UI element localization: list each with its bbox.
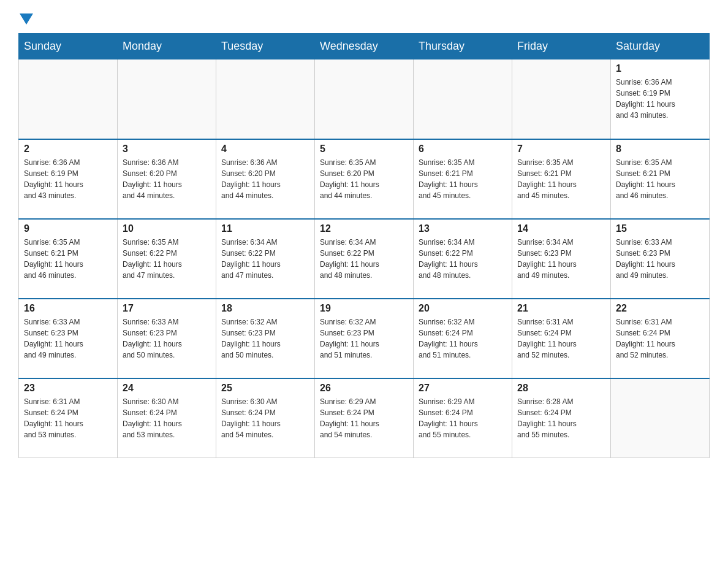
day-number: 12 bbox=[320, 223, 408, 234]
calendar-cell: 8Sunrise: 6:35 AMSunset: 6:21 PMDaylight… bbox=[611, 139, 710, 219]
calendar-cell: 21Sunrise: 6:31 AMSunset: 6:24 PMDayligh… bbox=[512, 299, 611, 378]
day-info: Sunrise: 6:28 AMSunset: 6:24 PMDaylight:… bbox=[517, 396, 605, 440]
day-info: Sunrise: 6:32 AMSunset: 6:24 PMDaylight:… bbox=[419, 316, 507, 361]
day-info: Sunrise: 6:31 AMSunset: 6:24 PMDaylight:… bbox=[517, 316, 605, 361]
day-number: 5 bbox=[320, 144, 408, 155]
day-info: Sunrise: 6:35 AMSunset: 6:21 PMDaylight:… bbox=[24, 237, 112, 281]
calendar-cell: 19Sunrise: 6:32 AMSunset: 6:23 PMDayligh… bbox=[315, 299, 414, 378]
logo-arrow-icon bbox=[20, 13, 33, 27]
calendar-cell: 6Sunrise: 6:35 AMSunset: 6:21 PMDaylight… bbox=[414, 139, 512, 219]
calendar-cell: 25Sunrise: 6:30 AMSunset: 6:24 PMDayligh… bbox=[216, 378, 315, 458]
column-header-thursday: Thursday bbox=[414, 34, 512, 59]
day-number: 17 bbox=[123, 303, 211, 314]
day-info: Sunrise: 6:31 AMSunset: 6:24 PMDaylight:… bbox=[616, 316, 704, 361]
day-number: 6 bbox=[419, 144, 507, 155]
day-info: Sunrise: 6:31 AMSunset: 6:24 PMDaylight:… bbox=[24, 396, 112, 440]
day-number: 16 bbox=[24, 303, 112, 314]
calendar-header-row: SundayMondayTuesdayWednesdayThursdayFrid… bbox=[19, 34, 710, 59]
page-header bbox=[18, 12, 710, 27]
calendar-cell bbox=[19, 59, 118, 139]
calendar-cell: 27Sunrise: 6:29 AMSunset: 6:24 PMDayligh… bbox=[414, 378, 512, 458]
day-number: 20 bbox=[419, 303, 507, 314]
calendar-cell: 26Sunrise: 6:29 AMSunset: 6:24 PMDayligh… bbox=[315, 378, 414, 458]
calendar-cell: 22Sunrise: 6:31 AMSunset: 6:24 PMDayligh… bbox=[611, 299, 710, 378]
day-number: 21 bbox=[517, 303, 605, 314]
calendar-cell: 9Sunrise: 6:35 AMSunset: 6:21 PMDaylight… bbox=[19, 219, 118, 299]
calendar-cell: 1Sunrise: 6:36 AMSunset: 6:19 PMDaylight… bbox=[611, 59, 710, 139]
day-number: 24 bbox=[123, 383, 211, 394]
day-number: 15 bbox=[616, 223, 704, 234]
week-row-2: 2Sunrise: 6:36 AMSunset: 6:19 PMDaylight… bbox=[19, 139, 710, 219]
week-row-5: 23Sunrise: 6:31 AMSunset: 6:24 PMDayligh… bbox=[19, 378, 710, 458]
day-number: 19 bbox=[320, 303, 408, 314]
week-row-4: 16Sunrise: 6:33 AMSunset: 6:23 PMDayligh… bbox=[19, 299, 710, 378]
calendar-cell: 10Sunrise: 6:35 AMSunset: 6:22 PMDayligh… bbox=[118, 219, 216, 299]
calendar-cell: 28Sunrise: 6:28 AMSunset: 6:24 PMDayligh… bbox=[512, 378, 611, 458]
day-info: Sunrise: 6:32 AMSunset: 6:23 PMDaylight:… bbox=[320, 316, 408, 361]
day-info: Sunrise: 6:35 AMSunset: 6:22 PMDaylight:… bbox=[123, 237, 211, 281]
day-info: Sunrise: 6:35 AMSunset: 6:21 PMDaylight:… bbox=[419, 157, 507, 201]
column-header-wednesday: Wednesday bbox=[315, 34, 414, 59]
calendar-cell: 7Sunrise: 6:35 AMSunset: 6:21 PMDaylight… bbox=[512, 139, 611, 219]
column-header-tuesday: Tuesday bbox=[216, 34, 315, 59]
column-header-sunday: Sunday bbox=[19, 34, 118, 59]
column-header-saturday: Saturday bbox=[611, 34, 710, 59]
day-info: Sunrise: 6:29 AMSunset: 6:24 PMDaylight:… bbox=[320, 396, 408, 440]
day-number: 4 bbox=[221, 144, 309, 155]
day-info: Sunrise: 6:36 AMSunset: 6:19 PMDaylight:… bbox=[616, 77, 704, 121]
day-number: 18 bbox=[221, 303, 309, 314]
day-info: Sunrise: 6:30 AMSunset: 6:24 PMDaylight:… bbox=[123, 396, 211, 440]
day-info: Sunrise: 6:33 AMSunset: 6:23 PMDaylight:… bbox=[616, 237, 704, 281]
day-number: 28 bbox=[517, 383, 605, 394]
day-number: 1 bbox=[616, 63, 704, 74]
day-info: Sunrise: 6:35 AMSunset: 6:21 PMDaylight:… bbox=[616, 157, 704, 201]
day-info: Sunrise: 6:29 AMSunset: 6:24 PMDaylight:… bbox=[419, 396, 507, 440]
day-info: Sunrise: 6:36 AMSunset: 6:20 PMDaylight:… bbox=[123, 157, 211, 201]
week-row-1: 1Sunrise: 6:36 AMSunset: 6:19 PMDaylight… bbox=[19, 59, 710, 139]
calendar-cell: 23Sunrise: 6:31 AMSunset: 6:24 PMDayligh… bbox=[19, 378, 118, 458]
column-header-monday: Monday bbox=[118, 34, 216, 59]
day-number: 26 bbox=[320, 383, 408, 394]
calendar-cell: 13Sunrise: 6:34 AMSunset: 6:22 PMDayligh… bbox=[414, 219, 512, 299]
calendar-cell: 20Sunrise: 6:32 AMSunset: 6:24 PMDayligh… bbox=[414, 299, 512, 378]
day-info: Sunrise: 6:30 AMSunset: 6:24 PMDaylight:… bbox=[221, 396, 309, 440]
calendar-table: SundayMondayTuesdayWednesdayThursdayFrid… bbox=[18, 33, 710, 458]
logo bbox=[18, 12, 33, 27]
calendar-cell: 2Sunrise: 6:36 AMSunset: 6:19 PMDaylight… bbox=[19, 139, 118, 219]
calendar-cell: 4Sunrise: 6:36 AMSunset: 6:20 PMDaylight… bbox=[216, 139, 315, 219]
day-info: Sunrise: 6:35 AMSunset: 6:21 PMDaylight:… bbox=[517, 157, 605, 201]
calendar-cell: 17Sunrise: 6:33 AMSunset: 6:23 PMDayligh… bbox=[118, 299, 216, 378]
day-number: 25 bbox=[221, 383, 309, 394]
day-info: Sunrise: 6:34 AMSunset: 6:22 PMDaylight:… bbox=[419, 237, 507, 281]
day-number: 27 bbox=[419, 383, 507, 394]
calendar-cell: 5Sunrise: 6:35 AMSunset: 6:20 PMDaylight… bbox=[315, 139, 414, 219]
calendar-cell bbox=[216, 59, 315, 139]
week-row-3: 9Sunrise: 6:35 AMSunset: 6:21 PMDaylight… bbox=[19, 219, 710, 299]
calendar-cell bbox=[414, 59, 512, 139]
day-number: 7 bbox=[517, 144, 605, 155]
calendar-cell bbox=[118, 59, 216, 139]
calendar-cell: 14Sunrise: 6:34 AMSunset: 6:23 PMDayligh… bbox=[512, 219, 611, 299]
day-info: Sunrise: 6:36 AMSunset: 6:19 PMDaylight:… bbox=[24, 157, 112, 201]
day-number: 8 bbox=[616, 144, 704, 155]
day-info: Sunrise: 6:34 AMSunset: 6:22 PMDaylight:… bbox=[221, 237, 309, 281]
day-number: 9 bbox=[24, 223, 112, 234]
svg-marker-0 bbox=[20, 13, 33, 25]
day-number: 14 bbox=[517, 223, 605, 234]
calendar-cell: 15Sunrise: 6:33 AMSunset: 6:23 PMDayligh… bbox=[611, 219, 710, 299]
calendar-cell: 3Sunrise: 6:36 AMSunset: 6:20 PMDaylight… bbox=[118, 139, 216, 219]
day-number: 22 bbox=[616, 303, 704, 314]
day-info: Sunrise: 6:32 AMSunset: 6:23 PMDaylight:… bbox=[221, 316, 309, 361]
calendar-cell: 24Sunrise: 6:30 AMSunset: 6:24 PMDayligh… bbox=[118, 378, 216, 458]
calendar-cell: 18Sunrise: 6:32 AMSunset: 6:23 PMDayligh… bbox=[216, 299, 315, 378]
day-info: Sunrise: 6:35 AMSunset: 6:20 PMDaylight:… bbox=[320, 157, 408, 201]
day-info: Sunrise: 6:34 AMSunset: 6:23 PMDaylight:… bbox=[517, 237, 605, 281]
day-info: Sunrise: 6:34 AMSunset: 6:22 PMDaylight:… bbox=[320, 237, 408, 281]
calendar-cell: 12Sunrise: 6:34 AMSunset: 6:22 PMDayligh… bbox=[315, 219, 414, 299]
calendar-cell bbox=[611, 378, 710, 458]
day-info: Sunrise: 6:33 AMSunset: 6:23 PMDaylight:… bbox=[123, 316, 211, 361]
calendar-cell: 11Sunrise: 6:34 AMSunset: 6:22 PMDayligh… bbox=[216, 219, 315, 299]
day-number: 23 bbox=[24, 383, 112, 394]
calendar-cell: 16Sunrise: 6:33 AMSunset: 6:23 PMDayligh… bbox=[19, 299, 118, 378]
column-header-friday: Friday bbox=[512, 34, 611, 59]
